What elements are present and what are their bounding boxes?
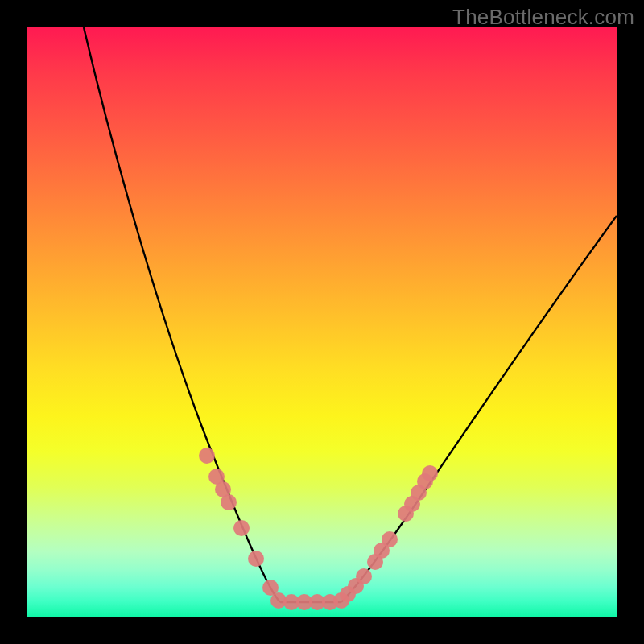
svg-point-4	[233, 520, 250, 536]
attribution-text: TheBottleneck.com	[452, 5, 634, 30]
svg-point-3	[221, 494, 237, 510]
svg-point-23	[422, 465, 438, 481]
plot-area	[27, 27, 617, 617]
curve-left	[84, 27, 280, 602]
svg-point-5	[248, 551, 264, 567]
svg-point-15	[356, 568, 372, 584]
chart-frame: TheBottleneck.com	[0, 0, 644, 644]
curve-overlay	[27, 27, 617, 617]
svg-point-18	[382, 531, 398, 547]
svg-point-0	[199, 448, 215, 464]
marker-dots	[199, 448, 438, 610]
